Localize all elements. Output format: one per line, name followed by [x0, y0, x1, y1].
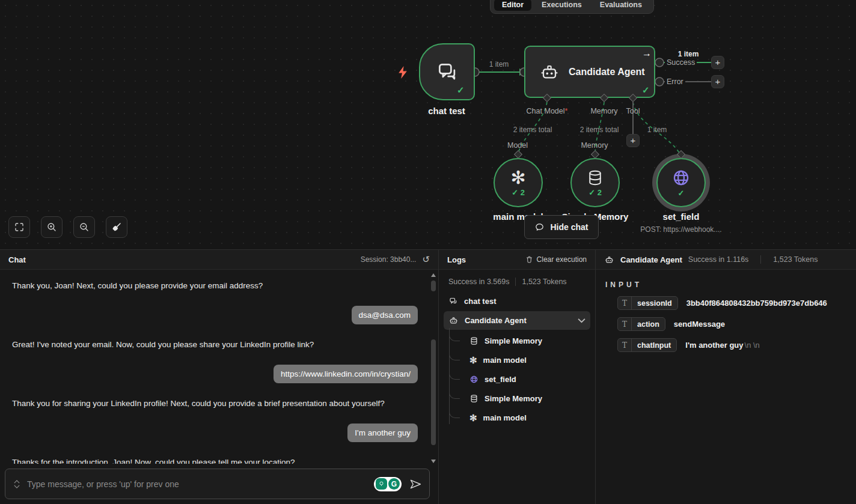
zoom-out-button[interactable] [73, 216, 95, 238]
robot-icon [539, 62, 560, 82]
field-type-badge[interactable]: T sessionId [617, 296, 678, 310]
log-row-set-field[interactable]: set_field [439, 369, 595, 389]
field-type-badge[interactable]: T chatInput [617, 338, 677, 352]
tidy-up-button[interactable] [106, 216, 127, 238]
field-row-chatinput: T chatInput I'm another guy \n \n [617, 338, 846, 352]
zoom-out-icon [79, 222, 90, 232]
tab-evaluations[interactable]: Evaluations [592, 0, 650, 11]
chat-input-container: G [5, 469, 430, 499]
port-label-tool: Tool [615, 107, 651, 115]
scrollbar-thumb[interactable] [431, 339, 436, 445]
zoom-in-icon [46, 222, 57, 232]
logs-panel: Logs Clear execution Success in 3.569s 1… [439, 250, 596, 504]
workflow-edges [0, 0, 856, 249]
chat-bubbles-icon [448, 297, 458, 306]
speech-bubble-icon [534, 222, 545, 232]
node-set-field[interactable]: ✓ [656, 158, 706, 207]
zoom-to-fit-button[interactable] [8, 216, 30, 238]
log-children: Simple Memory ✻ main model set_field [439, 331, 595, 427]
log-row-chat-test[interactable]: chat test [439, 292, 595, 310]
openai-icon: ✻ [510, 169, 525, 187]
lightbulb-icon [376, 478, 387, 490]
openai-icon: ✻ [469, 413, 477, 422]
hide-chat-button[interactable]: Hide chat [524, 215, 599, 239]
main-model-run-badge: ✓ 2 [512, 188, 525, 197]
add-node-error-button[interactable]: + [711, 75, 724, 88]
open-node-arrow-icon[interactable]: → [642, 48, 652, 59]
log-row-main-model[interactable]: ✻ main model [439, 350, 595, 369]
trigger-success-check: ✓ [457, 85, 465, 96]
broom-icon [111, 222, 122, 232]
tab-editor[interactable]: Editor [494, 0, 531, 11]
hide-chat-label: Hide chat [550, 222, 588, 232]
message-history-stepper[interactable] [14, 480, 20, 488]
field-value-suffix: \n \n [745, 341, 760, 350]
chevron-down-icon[interactable] [578, 318, 585, 323]
tab-executions[interactable]: Executions [534, 0, 590, 11]
field-value: sendMessage [674, 320, 725, 329]
chat-message-user: https://www.linkedin.com/in/crystian/ [274, 365, 418, 383]
clear-execution-button[interactable]: Clear execution [525, 255, 587, 264]
set-field-label: set_field [651, 211, 711, 222]
success-count-label: 1 item [670, 50, 706, 58]
model-total-label: 2 items total [503, 126, 563, 134]
agent-success-check: ✓ [642, 85, 650, 96]
field-row-sessionid: T sessionId 3bb40f864808432bb759bd973e7d… [617, 296, 846, 310]
scroll-up-arrow-icon[interactable] [431, 273, 436, 277]
chat-panel-title: Chat [8, 255, 26, 264]
send-message-button[interactable] [409, 478, 422, 490]
node-chat-test[interactable] [419, 43, 475, 100]
chat-message-list[interactable]: Thank you, Joan! Next, could you please … [0, 270, 438, 464]
simple-memory-port[interactable] [591, 150, 599, 159]
log-row-simple-memory[interactable]: Simple Memory [439, 389, 595, 408]
chat-message-bot: Thank you, Joan! Next, could you please … [12, 281, 397, 290]
log-row-candidate-agent[interactable]: Candidate Agent [444, 311, 590, 330]
scrollbar-thumb-top[interactable] [431, 281, 436, 291]
detail-tokens: 1,523 Tokens [773, 255, 818, 264]
robot-icon [604, 255, 614, 264]
add-node-success-button[interactable]: + [711, 56, 724, 69]
node-simple-memory[interactable]: ✓ 2 [570, 158, 620, 207]
chat-scrollbar[interactable] [430, 272, 437, 464]
tool-count-label: 1 item [639, 126, 675, 134]
divider [515, 278, 516, 286]
port-label-chat-model: Chat Model* [517, 107, 577, 115]
input-section: INPUT T sessionId 3bb40f864808432bb759bd… [596, 270, 856, 352]
set-field-subtitle: POST: https://webhook.... [627, 225, 735, 234]
detail-status: Success in 1.116s [688, 255, 749, 264]
log-row-main-model[interactable]: ✻ main model [439, 408, 595, 427]
required-asterisk: * [565, 107, 568, 115]
zoom-in-button[interactable] [41, 216, 63, 238]
main-model-port[interactable] [514, 150, 522, 159]
add-tool-button[interactable]: + [626, 134, 640, 147]
database-icon [469, 336, 478, 345]
grammarly-extension-icon[interactable]: G [374, 477, 402, 491]
field-value: 3bb40f864808432bb759bd973e7db646 [686, 299, 827, 308]
set-field-port[interactable] [677, 150, 685, 159]
workflow-canvas[interactable]: Editor Executions Evaluations ✓ chat tes… [0, 0, 856, 249]
execute-lightning-icon[interactable] [398, 66, 408, 79]
node-main-model[interactable]: ✻ ✓ 2 [494, 158, 543, 207]
agent-node-label: Candidate Agent [569, 67, 645, 77]
node-candidate-agent[interactable]: Candidate Agent [524, 46, 655, 98]
chat-message-input[interactable] [27, 479, 367, 489]
fit-screen-icon [14, 222, 25, 232]
execution-summary: Success in 3.569s 1,523 Tokens [439, 270, 595, 292]
chat-bubbles-icon [435, 61, 459, 83]
globe-icon [469, 375, 478, 384]
chat-message-bot: Thank you for sharing your LinkedIn prof… [12, 399, 397, 408]
chevron-down-icon [14, 485, 20, 488]
view-tabbar: Editor Executions Evaluations [490, 0, 654, 14]
field-type-badge[interactable]: T action [617, 317, 665, 331]
type-string-icon: T [618, 318, 632, 330]
log-row-simple-memory[interactable]: Simple Memory [439, 331, 595, 350]
set-field-run-badge: ✓ [678, 189, 685, 198]
field-value: I'm another guy [685, 341, 743, 350]
output-label-error: Error [665, 77, 685, 86]
scroll-down-arrow-icon[interactable] [431, 460, 436, 463]
model-port-label: Model [494, 141, 542, 150]
chat-message-user: I'm another guy [347, 424, 418, 442]
memory-port-label: Memory [570, 141, 619, 150]
detail-panel-title: Candidate Agent [620, 255, 682, 264]
reset-session-icon[interactable]: ↺ [422, 254, 430, 265]
